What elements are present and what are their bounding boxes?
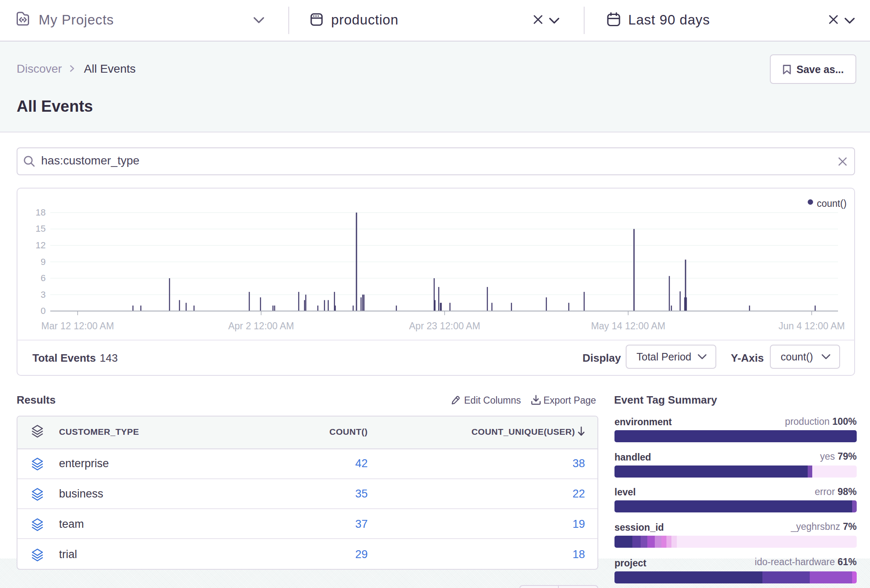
svg-text:15: 15 [36,223,46,234]
svg-text:Apr 2 12:00 AM: Apr 2 12:00 AM [228,321,294,331]
svg-text:Apr 23 12:00 AM: Apr 23 12:00 AM [409,321,480,331]
svg-text:May 14 12:00 AM: May 14 12:00 AM [591,321,665,331]
svg-text:9: 9 [41,257,46,267]
svg-text:0: 0 [41,306,46,316]
svg-text:3: 3 [41,289,46,300]
svg-text:Mar 12 12:00 AM: Mar 12 12:00 AM [41,321,114,331]
svg-text:18: 18 [36,207,46,218]
svg-text:12: 12 [36,240,46,250]
svg-text:6: 6 [41,273,46,283]
svg-text:Jun 4 12:00 AM: Jun 4 12:00 AM [779,321,845,331]
